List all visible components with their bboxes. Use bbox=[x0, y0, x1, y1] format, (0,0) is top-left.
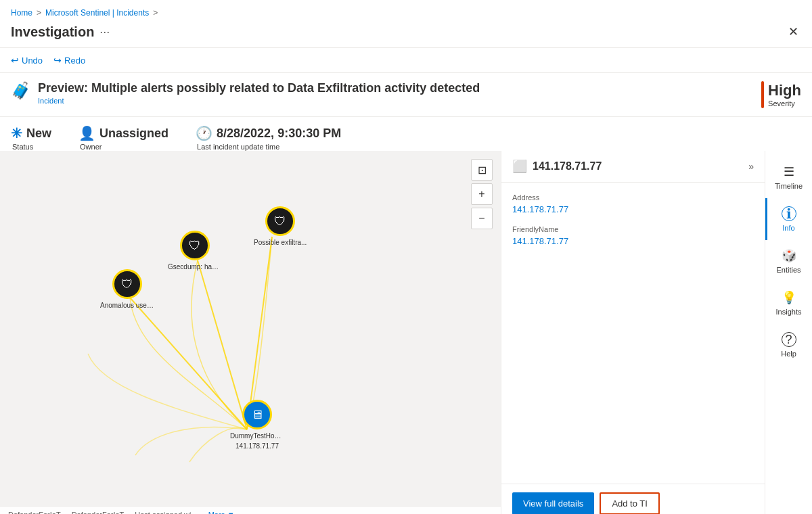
collapse-panel-button[interactable]: » bbox=[748, 161, 754, 172]
zoom-out-button[interactable]: − bbox=[471, 208, 493, 229]
breadcrumb-home[interactable]: Home bbox=[11, 8, 32, 18]
node-ip-main: 141.178.71.77 bbox=[235, 442, 279, 450]
more-dropdown[interactable]: More ▼ bbox=[208, 511, 235, 514]
owner-label: Owner bbox=[78, 143, 168, 151]
undo-button[interactable]: ↩ Undo bbox=[11, 52, 43, 68]
severity-block: High Severity bbox=[720, 81, 801, 108]
redo-icon: ↪ bbox=[53, 55, 62, 66]
entity-type-icon: ⬜ bbox=[512, 159, 527, 174]
graph-controls: ⊡ + − bbox=[471, 159, 493, 229]
help-icon: ? bbox=[782, 332, 796, 347]
severity-value: High bbox=[768, 82, 801, 99]
status-label: Status bbox=[11, 143, 51, 151]
main-content: 🛡 Anomalous user ac... 🛡 Gsecdump: hackt… bbox=[0, 151, 812, 514]
severity-bar bbox=[761, 81, 764, 108]
tab-timeline[interactable]: ☰ Timeline bbox=[765, 156, 812, 198]
breadcrumb: Home > Microsoft Sentinel | Incidents > bbox=[0, 0, 812, 22]
info-label: Info bbox=[782, 224, 794, 232]
node-circle-anomalous: 🛡 bbox=[112, 269, 142, 299]
owner-icon: 👤 bbox=[78, 125, 95, 141]
status-item-owner: 👤 Unassigned Owner bbox=[78, 125, 168, 151]
entity-panel-header: ⬜ 141.178.71.77 » bbox=[501, 151, 765, 183]
status-item-status: ✳ New Status bbox=[11, 125, 51, 151]
sidebar-tabs: ☰ Timeline ℹ Info 🎲 Entities 💡 Insights … bbox=[765, 151, 812, 514]
entity-detail-panel: ⬜ 141.178.71.77 » Address 141.178.71.77 … bbox=[501, 151, 765, 514]
breadcrumb-sep2: > bbox=[153, 8, 158, 18]
entities-label: Entities bbox=[776, 266, 800, 274]
help-label: Help bbox=[781, 350, 796, 358]
node-label-anomalous: Anomalous user ac... bbox=[100, 302, 154, 309]
node-label-exfiltration: Possible exfiltra... bbox=[254, 239, 307, 246]
page-title: Investigation bbox=[11, 24, 94, 40]
entity-actions: View full details Add to TI bbox=[501, 484, 765, 514]
node-circle-gsecdump: 🛡 bbox=[180, 231, 210, 260]
incident-type-label: Incident bbox=[38, 97, 480, 105]
incident-icon: 🧳 bbox=[11, 81, 31, 100]
tab-info[interactable]: ℹ Info bbox=[765, 198, 812, 240]
address-label: Address bbox=[512, 193, 754, 202]
insights-icon: 💡 bbox=[782, 290, 796, 305]
entity-panel-title: ⬜ 141.178.71.77 bbox=[512, 159, 602, 174]
node-label-gsecdump: Gsecdump: hackto... bbox=[168, 263, 222, 271]
zoom-in-button[interactable]: + bbox=[471, 183, 493, 205]
insights-label: Insights bbox=[776, 308, 802, 316]
redo-button[interactable]: ↪ Redo bbox=[53, 52, 85, 68]
bottom-overlay: DefenderForIoT DefenderForIoT Host assig… bbox=[0, 506, 501, 514]
status-value: New bbox=[26, 126, 51, 141]
timeline-icon: ☰ bbox=[784, 164, 794, 179]
node-label-main: DummyTestHost-980... bbox=[230, 432, 284, 440]
entity-field-friendlyname: FriendlyName 141.178.71.77 bbox=[512, 225, 754, 246]
node-exfiltration[interactable]: 🛡 Possible exfiltra... bbox=[254, 206, 307, 246]
page-header: Investigation ··· ✕ bbox=[0, 22, 812, 47]
node-circle-main: 🖥 bbox=[242, 400, 272, 429]
bottom-label-3: Host assigned wi... bbox=[135, 511, 197, 514]
add-to-ti-button[interactable]: Add to TI bbox=[600, 492, 660, 514]
view-full-details-button[interactable]: View full details bbox=[512, 492, 594, 514]
entity-title-text: 141.178.71.77 bbox=[533, 160, 602, 172]
node-main[interactable]: 🖥 DummyTestHost-980... 141.178.71.77 bbox=[230, 400, 284, 450]
node-circle-exfiltration: 🛡 bbox=[265, 206, 295, 236]
graph-svg bbox=[0, 151, 501, 514]
time-icon: 🕐 bbox=[196, 125, 212, 141]
bottom-label-1: DefenderForIoT bbox=[8, 511, 61, 514]
incident-title: Preview: Multiple alerts possibly relate… bbox=[38, 81, 480, 95]
undo-icon: ↩ bbox=[11, 55, 19, 66]
tab-help[interactable]: ? Help bbox=[765, 324, 812, 366]
incident-bar: 🧳 Preview: Multiple alerts possibly rela… bbox=[0, 73, 812, 117]
time-label: Last incident update time bbox=[196, 143, 341, 151]
time-value: 8/28/2022, 9:30:30 PM bbox=[217, 126, 341, 141]
owner-value: Unassigned bbox=[99, 126, 168, 141]
entity-panel: ⬜ 141.178.71.77 » Address 141.178.71.77 … bbox=[501, 151, 765, 514]
friendlyname-value: 141.178.71.77 bbox=[512, 236, 754, 246]
severity-label: Severity bbox=[768, 99, 801, 108]
more-options-button[interactable]: ··· bbox=[99, 25, 110, 39]
node-anomalous[interactable]: 🛡 Anomalous user ac... bbox=[100, 269, 154, 309]
entity-field-address: Address 141.178.71.77 bbox=[512, 193, 754, 214]
graph-area[interactable]: 🛡 Anomalous user ac... 🛡 Gsecdump: hackt… bbox=[0, 151, 501, 514]
close-button[interactable]: ✕ bbox=[786, 22, 801, 42]
tab-insights[interactable]: 💡 Insights bbox=[765, 282, 812, 324]
bottom-label-2: DefenderForIoT bbox=[72, 511, 125, 514]
breadcrumb-sep1: > bbox=[37, 8, 41, 18]
breadcrumb-incidents[interactable]: Microsoft Sentinel | Incidents bbox=[45, 8, 149, 18]
node-gsecdump[interactable]: 🛡 Gsecdump: hackto... bbox=[168, 231, 222, 271]
fit-view-button[interactable]: ⊡ bbox=[471, 159, 493, 181]
status-row: ✳ New Status 👤 Unassigned Owner 🕐 8/28/2… bbox=[0, 117, 812, 151]
status-item-time: 🕐 8/28/2022, 9:30:30 PM Last incident up… bbox=[196, 125, 341, 151]
timeline-label: Timeline bbox=[775, 182, 803, 190]
toolbar: ↩ Undo ↪ Redo bbox=[0, 47, 812, 73]
friendlyname-label: FriendlyName bbox=[512, 225, 754, 233]
tab-entities[interactable]: 🎲 Entities bbox=[765, 240, 812, 282]
info-icon: ℹ bbox=[782, 206, 796, 221]
address-value: 141.178.71.77 bbox=[512, 204, 754, 214]
entity-body: Address 141.178.71.77 FriendlyName 141.1… bbox=[501, 183, 765, 484]
entities-icon: 🎲 bbox=[782, 248, 796, 263]
status-new-icon: ✳ bbox=[11, 125, 22, 141]
